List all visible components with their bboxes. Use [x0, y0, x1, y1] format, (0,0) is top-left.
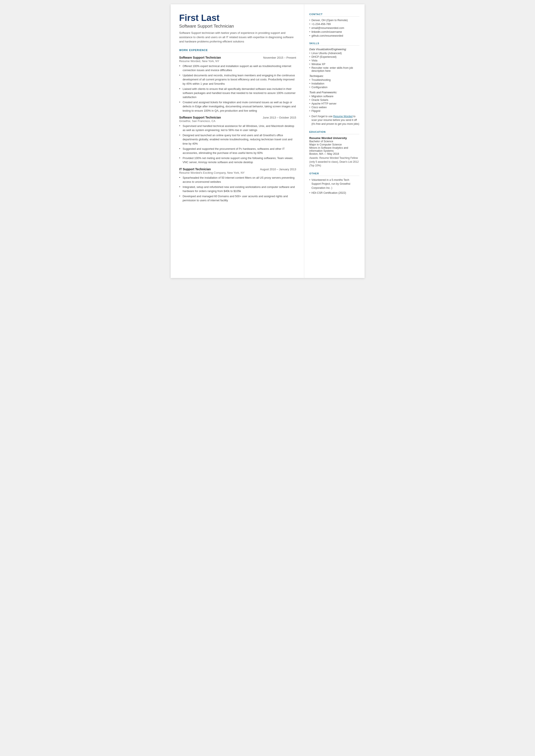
- left-column: First Last Software Support Technician S…: [171, 4, 304, 278]
- list-item: Installation: [309, 82, 359, 85]
- skills-category-2: Techniques:: [309, 74, 359, 78]
- job-1: Software Support Technician November 201…: [179, 56, 296, 113]
- job-2-title: Software Support Technician: [179, 116, 221, 119]
- job-2-dates: June 2013 – October 2015: [263, 116, 296, 119]
- list-item: Flipgrid: [309, 109, 359, 113]
- list-item: Integrated, setup and refurbished new an…: [179, 185, 296, 193]
- list-item: Spearheaded the installation of 50 inter…: [179, 176, 296, 184]
- skills-list-2: Troubleshooting Installation Configurati…: [309, 78, 359, 89]
- list-item: Vista: [309, 59, 359, 62]
- edu-location-date: Boston, MA — May 2018: [309, 153, 359, 155]
- edu-major: Major in Computer Science: [309, 143, 359, 146]
- list-item: Supervised and handled technical assista…: [179, 124, 296, 132]
- job-1-title: Software Support Technician: [179, 56, 221, 59]
- work-experience-section-title: WORK EXPERIENCE: [179, 49, 296, 53]
- list-item: Linux Ubuntu (Advanced): [309, 52, 359, 55]
- job-1-dates: November 2015 – Present: [263, 56, 296, 59]
- list-item: Created and assigned tickets for integra…: [179, 100, 296, 113]
- skills-category-3: Tools and Frameworks:: [309, 91, 359, 94]
- contact-item-github: github.com/resumeworded: [309, 34, 359, 37]
- list-item: Troubleshooting: [309, 78, 359, 81]
- list-item: Designed and launched an online query to…: [179, 133, 296, 146]
- skills-list-1: Linux Ubuntu (Advanced) DHCP (Experience…: [309, 52, 359, 72]
- job-3-title: IT Support Technician: [179, 167, 211, 171]
- education-section: EDUCATION Resume Worded University Bache…: [309, 130, 359, 167]
- skills-list-3: Migration software Oracle Solaris Apache…: [309, 95, 359, 113]
- right-column: CONTACT Denver, OH (Open to Remote) +1-2…: [304, 4, 365, 278]
- contact-item-phone: +1-234-456-789: [309, 23, 359, 26]
- edu-degree: Bachelor of Science: [309, 140, 359, 143]
- list-item: DHCP (Experienced): [309, 55, 359, 58]
- contact-section: CONTACT Denver, OH (Open to Remote) +1-2…: [309, 13, 359, 37]
- job-3-dates: August 2010 – January 2013: [260, 168, 296, 171]
- skills-section: SKILLS Data Visualization/Engineering: L…: [309, 42, 359, 126]
- list-item: Oracle Solaris: [309, 98, 359, 101]
- list-item: Migration software: [309, 95, 359, 98]
- job-3-bullets: Spearheaded the installation of 50 inter…: [179, 176, 296, 203]
- job-3: IT Support Technician August 2010 – Janu…: [179, 167, 296, 203]
- contact-item-location: Denver, OH (Open to Remote): [309, 19, 359, 22]
- edu-awards: Awards: Resume Worded Teaching Fellow (o…: [309, 156, 359, 167]
- job-2-header: Software Support Technician June 2013 – …: [179, 116, 296, 119]
- list-item: Configuration: [309, 86, 359, 89]
- list-item: Volunteered in a 5-months Tech Support P…: [309, 178, 359, 190]
- job-2: Software Support Technician June 2013 – …: [179, 116, 296, 164]
- candidate-job-title: Software Support Technician: [179, 24, 296, 29]
- resume-page: First Last Software Support Technician S…: [171, 4, 365, 278]
- job-3-company: Resume Worded's Exciting Company, New Yo…: [179, 171, 296, 174]
- job-2-company: Growthsi, San Francisco, CA: [179, 119, 296, 123]
- other-section-title: OTHER: [309, 172, 359, 176]
- job-1-header: Software Support Technician November 201…: [179, 56, 296, 59]
- contact-section-title: CONTACT: [309, 13, 359, 16]
- list-item: Cisco webex: [309, 106, 359, 109]
- skills-note: Don't forget to use Resume Worded to sca…: [309, 115, 359, 126]
- list-item: Window XP: [309, 63, 359, 66]
- list-item: Developed and managed 60 Domains and 500…: [179, 194, 296, 202]
- education-section-title: EDUCATION: [309, 130, 359, 134]
- skills-section-title: SKILLS: [309, 42, 359, 46]
- candidate-name: First Last: [179, 13, 296, 23]
- contact-item-email: email@resumeworded.com: [309, 26, 359, 30]
- list-item: Updated documents and records, instructi…: [179, 73, 296, 86]
- header-section: First Last Software Support Technician S…: [179, 13, 296, 44]
- edu-minors: Minors in Software Analytics and informa…: [309, 146, 359, 153]
- other-list: Volunteered in a 5-months Tech Support P…: [309, 178, 359, 195]
- list-item: Suggested and supported the procurement …: [179, 147, 296, 155]
- candidate-summary: Software Support technician with twelve …: [179, 31, 296, 44]
- contact-item-linkedin: linkedin.com/in/username: [309, 30, 359, 33]
- list-item: Recruiter note: enter skills from job de…: [309, 66, 359, 72]
- other-section: OTHER Volunteered in a 5-months Tech Sup…: [309, 172, 359, 195]
- skills-category-1: Data Visualization/Engineering:: [309, 48, 359, 51]
- list-item: Liaised with clients to ensure that all …: [179, 87, 296, 99]
- list-item: Apache HTTP server: [309, 102, 359, 105]
- list-item: Provided 100% net meting and remote supp…: [179, 156, 296, 164]
- job-3-header: IT Support Technician August 2010 – Janu…: [179, 167, 296, 171]
- list-item: HDI-CSR Certification (2022): [309, 191, 359, 195]
- job-2-bullets: Supervised and handled technical assista…: [179, 124, 296, 164]
- list-item: Offered 100% expert technical and instal…: [179, 64, 296, 72]
- job-1-bullets: Offered 100% expert technical and instal…: [179, 64, 296, 113]
- edu-institution: Resume Worded University: [309, 136, 359, 140]
- contact-list: Denver, OH (Open to Remote) +1-234-456-7…: [309, 19, 359, 37]
- job-1-company: Resume Worded, New York, NY: [179, 60, 296, 63]
- resume-worded-link[interactable]: Resume Worded: [333, 115, 353, 118]
